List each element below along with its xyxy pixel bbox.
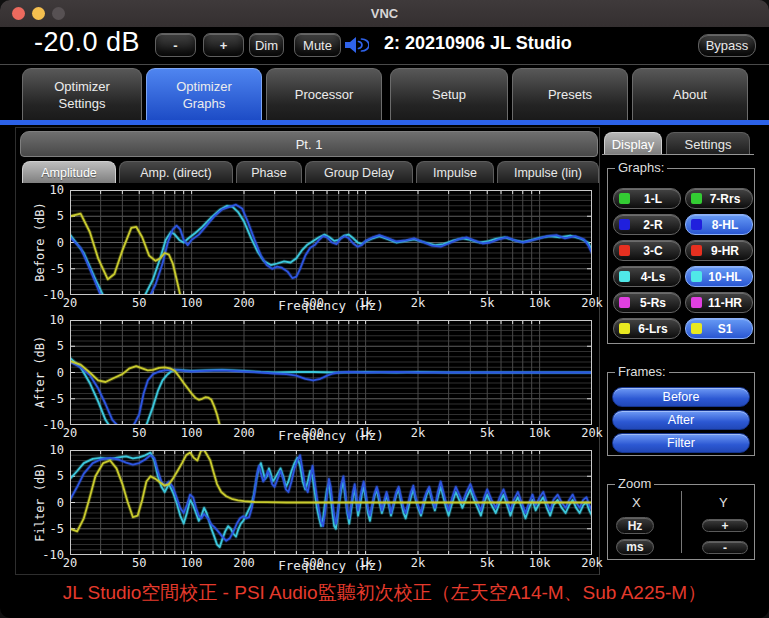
minimize-button-icon[interactable] xyxy=(32,7,45,20)
side-tab-settings[interactable]: Settings xyxy=(666,132,750,155)
zoom-x-hz-button[interactable]: Hz xyxy=(616,517,654,534)
channel-label: 9-HR xyxy=(711,244,739,258)
x-tick-label: 5k xyxy=(480,296,494,310)
main-tab-label: Graphs xyxy=(183,95,226,112)
channel-label: 5-Rs xyxy=(640,296,666,310)
channel-label: 11-HR xyxy=(708,296,742,310)
graph-tab-amplitude[interactable]: Amplitude xyxy=(22,161,116,183)
channel-color-swatch xyxy=(619,219,630,230)
channel-label: 3-C xyxy=(643,244,662,258)
x-tick-label: 100 xyxy=(181,296,203,310)
channel-button-6-lrs[interactable]: 6-Lrs xyxy=(613,318,681,339)
main-tab-processor[interactable]: Processor xyxy=(266,68,382,120)
titlebar: VNC xyxy=(0,0,769,27)
volume-down-button[interactable]: - xyxy=(155,33,196,57)
frame-button-after[interactable]: After xyxy=(612,410,750,430)
x-tick-label: 2k xyxy=(411,556,425,570)
zoom-group: Zoom X Y Hz ms + - xyxy=(607,484,755,560)
channel-label: 1-L xyxy=(644,192,662,206)
main-tab-label: Presets xyxy=(548,86,592,103)
channel-color-swatch xyxy=(619,323,630,334)
main-tab-setup[interactable]: Setup xyxy=(390,68,508,120)
main-tab-optimizer-graphs[interactable]: OptimizerGraphs xyxy=(146,68,262,120)
channel-button-5-rs[interactable]: 5-Rs xyxy=(613,292,681,313)
x-tick-label: 50 xyxy=(132,426,146,440)
zoom-y-minus-button[interactable]: - xyxy=(702,541,748,554)
x-tick-label: 2k xyxy=(411,296,425,310)
channel-button-2-r[interactable]: 2-R xyxy=(613,214,681,235)
channel-color-swatch xyxy=(619,193,630,204)
bypass-button[interactable]: Bypass xyxy=(698,34,756,57)
x-tick-label: 20 xyxy=(63,556,77,570)
measurement-point-header: Pt. 1 xyxy=(20,131,598,157)
volume-level: -20.0 dB xyxy=(34,27,140,58)
x-tick-label: 200 xyxy=(233,426,255,440)
channel-label: 10-HL xyxy=(708,270,741,284)
zoom-group-label: Zoom xyxy=(615,476,654,491)
preset-caption: JL Studio空間校正 - PSI Audio監聽初次校正（左天空A14-M… xyxy=(0,580,769,606)
graph-tab-impulse-lin-[interactable]: Impulse (lin) xyxy=(497,161,599,183)
channel-button-4-ls[interactable]: 4-Ls xyxy=(613,266,681,287)
main-tab-optimizer-settings[interactable]: OptimizerSettings xyxy=(22,68,142,120)
side-tab-display[interactable]: Display xyxy=(604,132,662,155)
vnc-window: VNC -20.0 dB - + Dim Mute 2: 20210906 JL… xyxy=(0,0,769,618)
channel-color-swatch xyxy=(691,245,702,256)
plot-before-db-: Before (dB)1050-5-1020501002005001k2k5k1… xyxy=(14,186,602,322)
channel-button-7-rrs[interactable]: 7-Rrs xyxy=(685,188,753,209)
channel-color-swatch xyxy=(691,219,702,230)
channel-label: 8-HL xyxy=(712,218,739,232)
mute-button[interactable]: Mute xyxy=(294,33,341,57)
graph-tab-amp-direct-[interactable]: Amp. (direct) xyxy=(119,161,233,183)
close-button-icon[interactable] xyxy=(12,7,25,20)
frame-button-filter[interactable]: Filter xyxy=(612,433,750,453)
y-tick-label: -5 xyxy=(34,522,64,536)
graph-tab-impulse[interactable]: Impulse xyxy=(416,161,494,183)
zoom-button-icon[interactable] xyxy=(52,7,65,20)
x-tick-label: 20 xyxy=(63,426,77,440)
y-tick-label: 0 xyxy=(34,236,64,250)
zoom-x-ms-button[interactable]: ms xyxy=(616,539,654,555)
x-tick-label: 100 xyxy=(181,556,203,570)
channel-button-9-hr[interactable]: 9-HR xyxy=(685,240,753,261)
y-tick-label: 5 xyxy=(34,209,64,223)
active-tab-underline xyxy=(0,120,769,125)
graph-tab-group-delay[interactable]: Group Delay xyxy=(305,161,413,183)
x-tick-label: 5k xyxy=(480,556,494,570)
plot-filter-db-: Filter (dB)1050-5-1020501002005001k2k5k1… xyxy=(14,446,602,582)
channel-color-swatch xyxy=(619,297,630,308)
x-tick-label: 200 xyxy=(233,556,255,570)
channel-button-11-hr[interactable]: 11-HR xyxy=(685,292,753,313)
y-tick-label: -10 xyxy=(34,418,64,432)
channel-button-10-hl[interactable]: 10-HL xyxy=(685,266,753,287)
main-tab-about[interactable]: About xyxy=(632,68,748,120)
y-tick-label: 0 xyxy=(34,496,64,510)
channel-button-s1[interactable]: S1 xyxy=(685,318,753,339)
x-tick-label: 20k xyxy=(581,296,603,310)
plot-area xyxy=(70,320,592,425)
y-tick-label: 5 xyxy=(34,469,64,483)
x-tick-label: 10k xyxy=(529,556,551,570)
y-tick-label: 5 xyxy=(34,339,64,353)
volume-up-button[interactable]: + xyxy=(203,33,244,57)
channel-button-1-l[interactable]: 1-L xyxy=(613,188,681,209)
channel-color-swatch xyxy=(691,323,702,334)
main-tab-label: Optimizer xyxy=(176,78,232,95)
series-s1 xyxy=(70,214,184,295)
zoom-divider xyxy=(681,491,682,553)
channel-label: 6-Lrs xyxy=(638,322,667,336)
dim-button[interactable]: Dim xyxy=(249,33,284,57)
x-tick-label: 50 xyxy=(132,556,146,570)
zoom-y-plus-button[interactable]: + xyxy=(702,519,748,532)
channel-color-swatch xyxy=(691,193,702,204)
y-tick-label: 10 xyxy=(34,313,64,327)
frame-button-before[interactable]: Before xyxy=(612,387,750,407)
graph-tab-phase[interactable]: Phase xyxy=(236,161,302,183)
plot-area xyxy=(70,450,592,555)
main-tab-label: Settings xyxy=(59,95,106,112)
zoom-x-label: X xyxy=(632,495,641,510)
channel-button-8-hl[interactable]: 8-HL xyxy=(685,214,753,235)
channel-color-swatch xyxy=(691,297,702,308)
x-tick-label: 5k xyxy=(480,426,494,440)
channel-button-3-c[interactable]: 3-C xyxy=(613,240,681,261)
main-tab-presets[interactable]: Presets xyxy=(512,68,628,120)
